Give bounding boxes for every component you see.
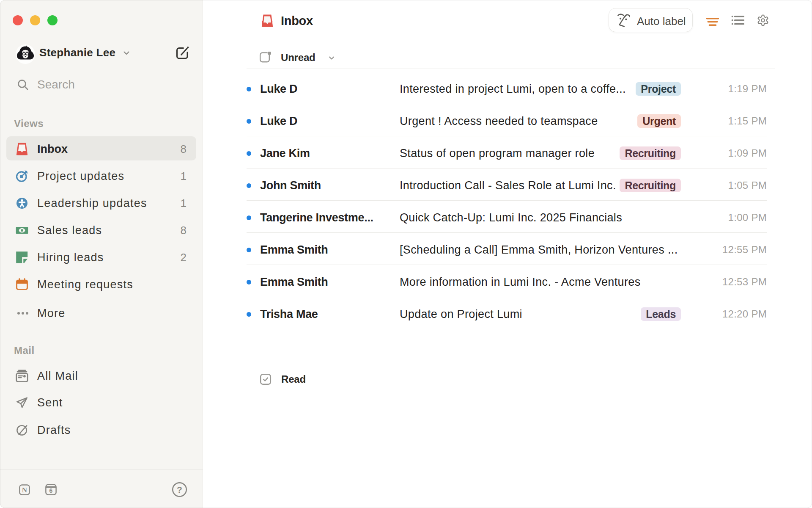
svg-text:?: ?	[177, 485, 182, 494]
svg-text:N: N	[22, 486, 27, 494]
svg-text:6: 6	[49, 487, 53, 494]
